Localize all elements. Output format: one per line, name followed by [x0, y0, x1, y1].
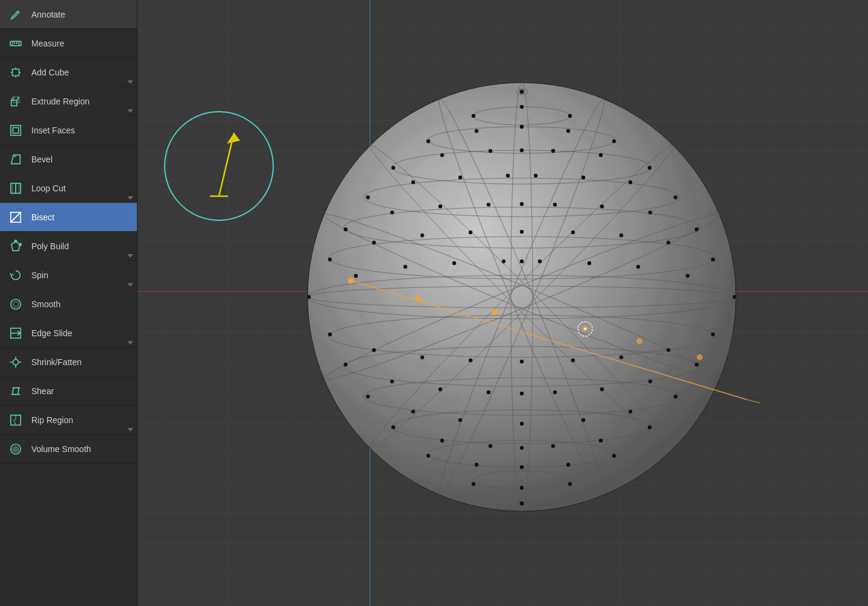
sidebar-item-rip-region[interactable]: Rip Region	[0, 406, 137, 435]
svg-point-134	[366, 395, 370, 398]
sidebar-item-spin[interactable]: Spin	[0, 261, 137, 290]
expand-arrow-edge-slide	[127, 341, 133, 345]
bisect-tool-circle	[156, 103, 282, 229]
svg-point-23	[19, 243, 22, 246]
sidebar-item-annotate[interactable]: Annotate	[0, 0, 137, 29]
svg-point-78	[648, 166, 651, 170]
sidebar-item-edge-slide[interactable]: Edge Slide	[0, 319, 137, 348]
sidebar-item-measure[interactable]: Measure	[0, 29, 137, 58]
svg-point-139	[629, 410, 632, 413]
sidebar-item-label-shrink-fatten: Shrink/Fatten	[31, 357, 81, 367]
svg-point-104	[711, 258, 715, 261]
svg-point-111	[538, 260, 542, 263]
sidebar-item-shear[interactable]: Shear	[0, 377, 137, 406]
svg-point-133	[695, 363, 699, 366]
svg-line-164	[747, 400, 760, 416]
svg-marker-170	[227, 133, 240, 144]
sidebar-item-label-add-cube: Add Cube	[31, 68, 69, 77]
svg-point-159	[415, 296, 421, 302]
svg-point-84	[581, 176, 585, 179]
svg-point-167	[584, 328, 586, 330]
svg-rect-14	[11, 125, 21, 135]
sidebar-item-smooth[interactable]: Smooth	[0, 290, 137, 319]
sidebar-item-inset-faces[interactable]: Inset Faces	[0, 116, 137, 145]
svg-point-156	[519, 502, 524, 506]
svg-rect-15	[13, 127, 18, 133]
svg-point-92	[553, 203, 557, 206]
viewport[interactable]	[138, 0, 868, 606]
annotate-icon	[6, 5, 25, 24]
sidebar: AnnotateMeasureAdd CubeExtrude RegionIns…	[0, 0, 138, 606]
svg-point-71	[612, 139, 616, 143]
sidebar-item-label-bevel: Bevel	[31, 155, 52, 164]
svg-point-142	[440, 439, 444, 442]
svg-point-150	[520, 465, 524, 469]
expand-arrow-poly-build	[127, 254, 133, 258]
svg-point-138	[581, 418, 585, 422]
volume-smooth-icon	[6, 439, 25, 459]
svg-point-64	[472, 114, 475, 118]
svg-point-144	[520, 446, 524, 450]
svg-point-110	[520, 260, 524, 263]
svg-point-86	[674, 196, 677, 199]
sidebar-item-loop-cut[interactable]: Loop Cut	[0, 174, 137, 203]
svg-point-95	[695, 228, 699, 231]
svg-point-89	[439, 205, 442, 208]
sidebar-item-shrink-fatten[interactable]: Shrink/Fatten	[0, 348, 137, 377]
svg-point-121	[571, 359, 575, 362]
sidebar-item-bevel[interactable]: Bevel	[0, 145, 137, 174]
svg-point-75	[520, 148, 524, 152]
sidebar-item-add-cube[interactable]: Add Cube	[0, 58, 137, 87]
extrude-region-icon	[6, 92, 25, 111]
expand-arrow-rip-region	[127, 428, 133, 432]
svg-point-168	[165, 112, 273, 220]
svg-point-136	[458, 418, 462, 422]
svg-point-152	[612, 454, 616, 458]
svg-marker-33	[13, 388, 19, 394]
svg-point-112	[588, 261, 591, 265]
svg-point-129	[520, 392, 524, 395]
svg-point-143	[489, 444, 492, 448]
sidebar-item-label-bisect: Bisect	[31, 212, 54, 222]
svg-point-74	[489, 149, 492, 153]
sidebar-item-volume-smooth[interactable]: Volume Smooth	[0, 435, 137, 464]
svg-point-76	[551, 149, 555, 153]
sidebar-item-label-smooth: Smooth	[31, 299, 60, 309]
sidebar-item-extrude-region[interactable]: Extrude Region	[0, 87, 137, 116]
svg-point-148	[426, 454, 430, 458]
svg-point-125	[344, 363, 347, 366]
sidebar-item-label-measure: Measure	[31, 39, 64, 48]
sidebar-item-poly-build[interactable]: Poly Build	[0, 232, 137, 261]
svg-point-63	[519, 90, 524, 94]
svg-point-73	[440, 153, 444, 157]
svg-point-153	[472, 482, 475, 486]
svg-point-160	[492, 309, 498, 315]
svg-point-118	[420, 356, 424, 359]
svg-point-114	[686, 274, 689, 278]
svg-point-101	[571, 231, 575, 234]
expand-arrow-spin	[127, 283, 133, 287]
svg-point-102	[619, 234, 623, 237]
svg-point-98	[420, 234, 424, 237]
sidebar-item-label-rip-region: Rip Region	[31, 415, 73, 425]
svg-point-154	[520, 486, 524, 490]
svg-point-135	[411, 410, 415, 413]
svg-point-137	[520, 422, 524, 426]
svg-point-97	[372, 241, 376, 244]
svg-point-100	[520, 230, 524, 234]
sidebar-item-bisect[interactable]: Bisect	[0, 203, 137, 232]
svg-point-149	[475, 463, 478, 467]
svg-point-119	[469, 359, 472, 362]
svg-point-87	[344, 228, 347, 231]
svg-point-106	[354, 274, 358, 278]
sidebar-item-label-poly-build: Poly Build	[31, 241, 69, 251]
svg-point-131	[600, 388, 604, 391]
loop-cut-icon	[6, 179, 25, 198]
svg-rect-10	[11, 100, 17, 106]
smooth-icon	[6, 295, 25, 314]
svg-point-79	[366, 196, 370, 199]
svg-point-96	[328, 258, 332, 261]
svg-point-69	[520, 125, 524, 129]
sidebar-item-label-spin: Spin	[31, 270, 48, 280]
sidebar-item-label-edge-slide: Edge Slide	[31, 328, 72, 338]
